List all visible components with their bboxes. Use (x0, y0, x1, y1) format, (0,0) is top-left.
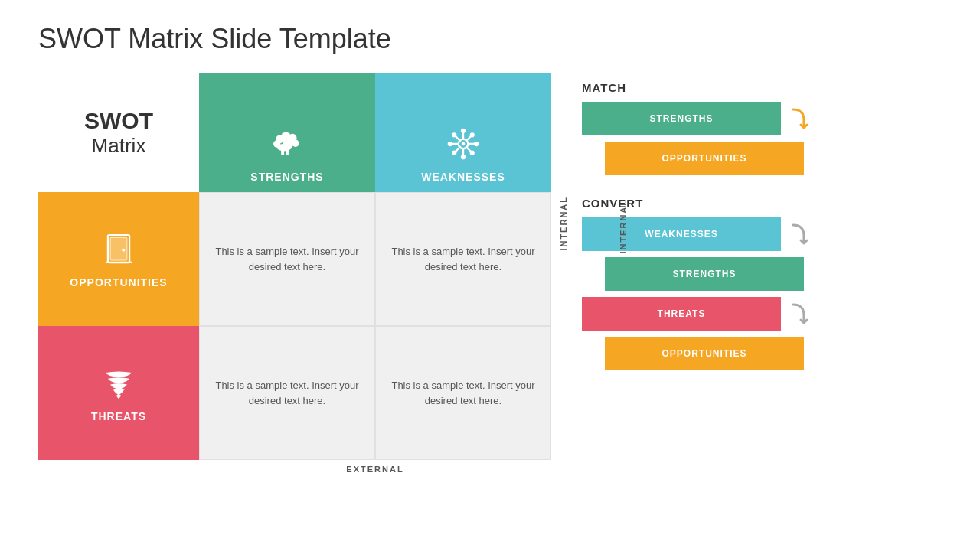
content-cell-opp-wk: This is a sample text. Insert your desir… (375, 192, 551, 326)
sample-text-3: This is a sample text. Insert your desir… (211, 378, 363, 408)
svg-point-26 (470, 132, 475, 137)
sheep-icon (268, 125, 306, 163)
weaknesses-label: WEAKNESSES (421, 171, 505, 183)
content-cell-opp-str: This is a sample text. Insert your desir… (199, 192, 375, 326)
svg-point-11 (462, 142, 466, 146)
svg-rect-29 (110, 237, 127, 260)
helm-icon (444, 125, 482, 163)
svg-point-22 (448, 142, 452, 146)
strengths-header: STRENGTHS (199, 73, 375, 192)
internal-axis-side-label: INTERNAL (619, 199, 628, 254)
convert-row-4: OPPORTUNITIES (582, 337, 827, 370)
svg-point-24 (452, 132, 456, 137)
arrow-convert-2-icon (787, 298, 810, 329)
legend-bar-strengths-2: STRENGTHS (605, 257, 804, 291)
svg-point-31 (122, 248, 125, 251)
legend-bar-strengths-1: STRENGTHS (582, 102, 781, 135)
svg-point-25 (470, 151, 475, 155)
swot-matrix: SWOT Matrix (38, 73, 551, 474)
weaknesses-header: WEAKNESSES (375, 73, 551, 192)
slide: SWOT Matrix Slide Template SWOT Matrix (0, 0, 980, 551)
arrow-match-icon (787, 103, 810, 134)
external-axis-label: EXTERNAL (38, 465, 551, 474)
legend-bar-threats: THREATS (582, 297, 781, 331)
opportunities-label: OPPORTUNITIES (70, 276, 167, 289)
strengths-label: STRENGTHS (250, 171, 323, 183)
match-row-2: OPPORTUNITIES (582, 142, 827, 175)
sample-text-4: This is a sample text. Insert your desir… (387, 378, 539, 408)
content-cell-thr-wk: This is a sample text. Insert your desir… (375, 326, 551, 460)
threats-label: THREATS (91, 410, 146, 422)
content-cell-thr-str: This is a sample text. Insert your desir… (199, 326, 375, 460)
convert-row-3: THREATS (582, 297, 827, 331)
opportunities-cell: OPPORTUNITIES (38, 192, 199, 326)
match-row-1: STRENGTHS (582, 102, 827, 135)
match-title: MATCH (582, 81, 827, 94)
sample-text-1: This is a sample text. Insert your desir… (211, 244, 363, 274)
svg-point-9 (291, 139, 297, 145)
legend-bar-weaknesses: WEAKNESSES (582, 217, 781, 251)
threats-cell: THREATS (38, 326, 199, 460)
sample-text-2: This is a sample text. Insert your desir… (387, 244, 539, 274)
arrow-convert-1-icon (787, 219, 810, 249)
swot-label-cell: SWOT Matrix (38, 73, 199, 192)
svg-point-8 (277, 144, 292, 151)
door-icon (100, 230, 138, 269)
swot-bold-label: SWOT (84, 108, 153, 134)
swot-normal-label: Matrix (92, 134, 146, 158)
match-group: MATCH STRENGTHS OPPORTUNITIES (582, 81, 827, 181)
tornado-icon (100, 364, 138, 403)
convert-row-2: STRENGTHS (582, 257, 827, 291)
svg-point-21 (461, 155, 466, 159)
svg-point-20 (461, 129, 466, 133)
page-title: SWOT Matrix Slide Template (38, 23, 942, 55)
matrix-grid: SWOT Matrix (38, 73, 551, 460)
internal-axis-label: INTERNAL (559, 196, 568, 251)
legend-bar-opportunities: OPPORTUNITIES (605, 142, 804, 175)
svg-point-27 (452, 151, 456, 155)
svg-point-23 (474, 142, 479, 146)
legend-bar-opportunities-2: OPPORTUNITIES (605, 337, 804, 370)
svg-rect-32 (106, 261, 132, 262)
content-area: SWOT Matrix (38, 73, 942, 474)
